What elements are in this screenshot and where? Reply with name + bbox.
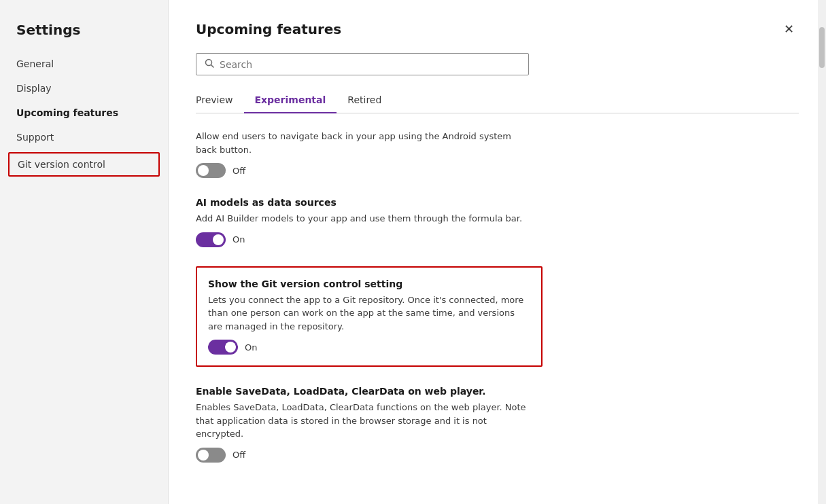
feature-git-desc: Lets you connect the app to a Git reposi…	[208, 293, 530, 334]
sidebar-item-general[interactable]: General	[0, 52, 168, 76]
main-content: Upcoming features ✕ Preview Experimental…	[169, 0, 826, 504]
feature-ai-models-toggle-row: On	[196, 232, 799, 247]
feature-savedata-toggle-row: Off	[196, 448, 799, 463]
feature-git-title: Show the Git version control setting	[208, 278, 530, 289]
search-icon	[205, 58, 214, 70]
svg-line-1	[211, 65, 214, 68]
feature-git-toggle-row: On	[208, 340, 530, 355]
feature-git-thumb	[225, 342, 236, 353]
sidebar-item-git-version-control[interactable]: Git version control	[8, 152, 160, 177]
feature-android-back-toggle-label: Off	[233, 166, 245, 176]
search-input[interactable]	[220, 59, 520, 70]
feature-savedata-thumb	[198, 450, 209, 461]
page-title: Upcoming features	[196, 21, 341, 37]
feature-savedata-desc: Enables SaveData, LoadData, ClearData fu…	[196, 401, 529, 441]
tab-experimental[interactable]: Experimental	[244, 89, 337, 113]
feature-ai-models-track[interactable]	[196, 232, 226, 247]
feature-git-toggle-label: On	[245, 342, 257, 353]
feature-savedata-title: Enable SaveData, LoadData, ClearData on …	[196, 386, 799, 397]
scrollbar-thumb	[819, 27, 825, 68]
tab-retired[interactable]: Retired	[337, 89, 392, 113]
feature-ai-models-thumb	[213, 234, 224, 245]
feature-android-back: Allow end users to navigate back in your…	[196, 130, 799, 178]
feature-android-back-toggle[interactable]	[196, 163, 226, 178]
close-button[interactable]: ✕	[778, 19, 799, 39]
feature-savedata-track[interactable]	[196, 448, 226, 463]
feature-git-track[interactable]	[208, 340, 238, 355]
feature-savedata-toggle[interactable]	[196, 448, 226, 463]
search-box	[196, 53, 529, 75]
main-header: Upcoming features ✕	[196, 19, 799, 39]
feature-ai-models-toggle[interactable]	[196, 232, 226, 247]
feature-git-version-control-box: Show the Git version control setting Let…	[196, 266, 543, 367]
sidebar-item-support[interactable]: Support	[0, 125, 168, 149]
feature-git-toggle[interactable]	[208, 340, 238, 355]
feature-ai-models-desc: Add AI Builder models to your app and us…	[196, 212, 529, 226]
feature-ai-models-toggle-label: On	[233, 234, 245, 245]
feature-savedata-toggle-label: Off	[233, 450, 245, 460]
sidebar-title: Settings	[0, 14, 168, 52]
sidebar-item-display[interactable]: Display	[0, 76, 168, 101]
feature-ai-models: AI models as data sources Add AI Builder…	[196, 197, 799, 247]
tabs: Preview Experimental Retired	[196, 89, 799, 113]
feature-android-back-track[interactable]	[196, 163, 226, 178]
sidebar-item-upcoming-features[interactable]: Upcoming features	[0, 101, 168, 125]
feature-android-back-desc: Allow end users to navigate back in your…	[196, 130, 529, 156]
feature-android-back-thumb	[198, 165, 209, 176]
sidebar: Settings General Display Upcoming featur…	[0, 0, 169, 504]
scrollbar[interactable]	[818, 0, 826, 504]
feature-android-back-toggle-row: Off	[196, 163, 799, 178]
feature-savedata: Enable SaveData, LoadData, ClearData on …	[196, 386, 799, 463]
tab-preview[interactable]: Preview	[196, 89, 244, 113]
feature-ai-models-title: AI models as data sources	[196, 197, 799, 208]
